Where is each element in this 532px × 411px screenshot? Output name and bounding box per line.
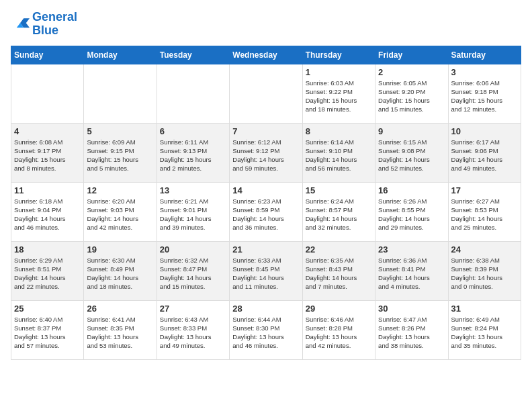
day-info: Sunrise: 6:23 AM Sunset: 8:59 PM Dayligh…	[232, 197, 299, 232]
day-number: 14	[232, 185, 299, 195]
page-header: General Blue	[11, 11, 521, 38]
day-number: 8	[306, 126, 372, 136]
calendar-cell: 25Sunrise: 6:40 AM Sunset: 8:37 PM Dayli…	[11, 300, 84, 359]
calendar-week-5: 25Sunrise: 6:40 AM Sunset: 8:37 PM Dayli…	[11, 300, 521, 359]
day-number: 4	[14, 126, 81, 136]
calendar-cell	[11, 64, 84, 123]
calendar-body: 1Sunrise: 6:03 AM Sunset: 9:22 PM Daylig…	[11, 64, 521, 359]
calendar-header: SundayMondayTuesdayWednesdayThursdayFrid…	[11, 46, 521, 64]
calendar-cell: 26Sunrise: 6:41 AM Sunset: 8:35 PM Dayli…	[84, 300, 157, 359]
calendar-cell: 23Sunrise: 6:36 AM Sunset: 8:41 PM Dayli…	[375, 241, 448, 300]
weekday-header-friday: Friday	[375, 46, 448, 64]
calendar-cell: 1Sunrise: 6:03 AM Sunset: 9:22 PM Daylig…	[302, 64, 375, 123]
calendar-cell: 7Sunrise: 6:12 AM Sunset: 9:12 PM Daylig…	[230, 123, 302, 182]
day-info: Sunrise: 6:17 AM Sunset: 9:06 PM Dayligh…	[451, 138, 518, 173]
day-number: 12	[87, 185, 153, 195]
day-number: 25	[14, 304, 81, 314]
calendar-cell: 14Sunrise: 6:23 AM Sunset: 8:59 PM Dayli…	[230, 182, 302, 241]
calendar-cell: 15Sunrise: 6:24 AM Sunset: 8:57 PM Dayli…	[302, 182, 375, 241]
day-info: Sunrise: 6:43 AM Sunset: 8:33 PM Dayligh…	[160, 315, 226, 351]
calendar-cell: 31Sunrise: 6:49 AM Sunset: 8:24 PM Dayli…	[448, 300, 521, 359]
day-number: 9	[378, 126, 445, 136]
day-number: 10	[451, 126, 518, 136]
day-info: Sunrise: 6:32 AM Sunset: 8:47 PM Dayligh…	[160, 256, 226, 291]
day-number: 21	[232, 244, 299, 255]
day-info: Sunrise: 6:14 AM Sunset: 9:10 PM Dayligh…	[306, 138, 372, 173]
day-info: Sunrise: 6:49 AM Sunset: 8:24 PM Dayligh…	[451, 315, 518, 351]
day-number: 6	[160, 126, 226, 136]
calendar-cell: 9Sunrise: 6:15 AM Sunset: 9:08 PM Daylig…	[375, 123, 448, 182]
day-info: Sunrise: 6:29 AM Sunset: 8:51 PM Dayligh…	[14, 256, 81, 291]
day-info: Sunrise: 6:33 AM Sunset: 8:45 PM Dayligh…	[232, 256, 299, 291]
calendar-week-3: 11Sunrise: 6:18 AM Sunset: 9:04 PM Dayli…	[11, 182, 521, 241]
calendar-cell: 27Sunrise: 6:43 AM Sunset: 8:33 PM Dayli…	[157, 300, 229, 359]
calendar-cell: 16Sunrise: 6:26 AM Sunset: 8:55 PM Dayli…	[375, 182, 448, 241]
calendar-cell: 10Sunrise: 6:17 AM Sunset: 9:06 PM Dayli…	[448, 123, 521, 182]
day-info: Sunrise: 6:09 AM Sunset: 9:15 PM Dayligh…	[87, 138, 153, 173]
calendar-cell: 18Sunrise: 6:29 AM Sunset: 8:51 PM Dayli…	[11, 241, 84, 300]
calendar-week-4: 18Sunrise: 6:29 AM Sunset: 8:51 PM Dayli…	[11, 241, 521, 300]
day-info: Sunrise: 6:27 AM Sunset: 8:53 PM Dayligh…	[451, 197, 518, 232]
day-info: Sunrise: 6:38 AM Sunset: 8:39 PM Dayligh…	[451, 256, 518, 291]
calendar-cell: 30Sunrise: 6:47 AM Sunset: 8:26 PM Dayli…	[375, 300, 448, 359]
day-info: Sunrise: 6:08 AM Sunset: 9:17 PM Dayligh…	[14, 138, 81, 173]
calendar-week-2: 4Sunrise: 6:08 AM Sunset: 9:17 PM Daylig…	[11, 123, 521, 182]
day-number: 28	[232, 304, 299, 314]
day-info: Sunrise: 6:11 AM Sunset: 9:13 PM Dayligh…	[160, 138, 226, 173]
day-info: Sunrise: 6:41 AM Sunset: 8:35 PM Dayligh…	[87, 315, 153, 351]
day-number: 13	[160, 185, 226, 195]
calendar-cell: 13Sunrise: 6:21 AM Sunset: 9:01 PM Dayli…	[157, 182, 229, 241]
day-number: 24	[451, 244, 518, 255]
calendar-table: SundayMondayTuesdayWednesdayThursdayFrid…	[11, 46, 521, 360]
calendar-cell: 8Sunrise: 6:14 AM Sunset: 9:10 PM Daylig…	[302, 123, 375, 182]
day-number: 17	[451, 185, 518, 195]
day-number: 22	[306, 244, 372, 255]
day-info: Sunrise: 6:03 AM Sunset: 9:22 PM Dayligh…	[306, 79, 372, 114]
day-info: Sunrise: 6:15 AM Sunset: 9:08 PM Dayligh…	[378, 138, 445, 173]
day-info: Sunrise: 6:20 AM Sunset: 9:03 PM Dayligh…	[87, 197, 153, 232]
calendar-cell: 21Sunrise: 6:33 AM Sunset: 8:45 PM Dayli…	[230, 241, 302, 300]
logo-icon	[11, 15, 30, 34]
calendar-cell: 3Sunrise: 6:06 AM Sunset: 9:18 PM Daylig…	[448, 64, 521, 123]
logo-text: General Blue	[32, 11, 77, 38]
day-info: Sunrise: 6:40 AM Sunset: 8:37 PM Dayligh…	[14, 315, 81, 351]
calendar-cell: 12Sunrise: 6:20 AM Sunset: 9:03 PM Dayli…	[84, 182, 157, 241]
day-number: 5	[87, 126, 153, 136]
day-number: 1	[306, 67, 372, 77]
day-number: 27	[160, 304, 226, 314]
calendar-cell: 6Sunrise: 6:11 AM Sunset: 9:13 PM Daylig…	[157, 123, 229, 182]
day-number: 15	[306, 185, 372, 195]
weekday-header-thursday: Thursday	[302, 46, 375, 64]
day-info: Sunrise: 6:24 AM Sunset: 8:57 PM Dayligh…	[306, 197, 372, 232]
calendar-cell: 2Sunrise: 6:05 AM Sunset: 9:20 PM Daylig…	[375, 64, 448, 123]
day-number: 23	[378, 244, 445, 255]
weekday-header-monday: Monday	[84, 46, 157, 64]
weekday-header-sunday: Sunday	[11, 46, 84, 64]
calendar-cell	[157, 64, 229, 123]
day-info: Sunrise: 6:26 AM Sunset: 8:55 PM Dayligh…	[378, 197, 445, 232]
weekday-header-row: SundayMondayTuesdayWednesdayThursdayFrid…	[11, 46, 521, 64]
day-number: 31	[451, 304, 518, 314]
day-info: Sunrise: 6:06 AM Sunset: 9:18 PM Dayligh…	[451, 79, 518, 114]
day-number: 30	[378, 304, 445, 314]
weekday-header-saturday: Saturday	[448, 46, 521, 64]
day-info: Sunrise: 6:12 AM Sunset: 9:12 PM Dayligh…	[232, 138, 299, 173]
day-info: Sunrise: 6:35 AM Sunset: 8:43 PM Dayligh…	[306, 256, 372, 291]
calendar-cell: 19Sunrise: 6:30 AM Sunset: 8:49 PM Dayli…	[84, 241, 157, 300]
calendar-cell: 24Sunrise: 6:38 AM Sunset: 8:39 PM Dayli…	[448, 241, 521, 300]
calendar-cell: 22Sunrise: 6:35 AM Sunset: 8:43 PM Dayli…	[302, 241, 375, 300]
calendar-cell	[230, 64, 302, 123]
day-info: Sunrise: 6:18 AM Sunset: 9:04 PM Dayligh…	[14, 197, 81, 232]
calendar-cell: 28Sunrise: 6:44 AM Sunset: 8:30 PM Dayli…	[230, 300, 302, 359]
calendar-cell: 20Sunrise: 6:32 AM Sunset: 8:47 PM Dayli…	[157, 241, 229, 300]
logo: General Blue	[11, 11, 77, 38]
day-info: Sunrise: 6:46 AM Sunset: 8:28 PM Dayligh…	[306, 315, 372, 351]
calendar-cell: 4Sunrise: 6:08 AM Sunset: 9:17 PM Daylig…	[11, 123, 84, 182]
day-number: 11	[14, 185, 81, 195]
weekday-header-wednesday: Wednesday	[230, 46, 302, 64]
day-number: 2	[378, 67, 445, 77]
day-number: 29	[306, 304, 372, 314]
weekday-header-tuesday: Tuesday	[157, 46, 229, 64]
day-info: Sunrise: 6:47 AM Sunset: 8:26 PM Dayligh…	[378, 315, 445, 351]
day-number: 7	[232, 126, 299, 136]
